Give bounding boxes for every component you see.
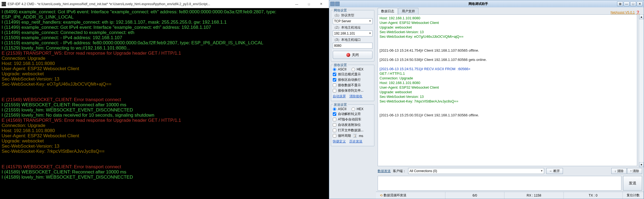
send-atcr-check[interactable] xyxy=(333,118,336,121)
log-line: Sec-WebSocket-Key: 7rkpcVlStBerAJvvJyc8s… xyxy=(380,99,635,104)
terminal-line: Host: 192.168.1.101:8080 xyxy=(2,128,327,133)
log-line xyxy=(380,104,635,108)
check-label: 打开文件数据源... xyxy=(338,128,363,133)
terminal-line: User-Agent: ESP32 Websocket Client xyxy=(2,66,327,71)
netassist-window: 网络调试助手 ⊞ — □ ✕ 网络设置 （1）协议类型 （2）本地主机地址 （3… xyxy=(329,0,644,199)
host-label: （2）本地主机地址 xyxy=(333,25,372,30)
close-button[interactable]: ✕ xyxy=(637,1,643,6)
log-line: [2021-06-13 15:24:50.538]# Client 192.16… xyxy=(380,57,635,62)
terminal-line: I (21559) WEBSOCKET_CLIENT: Reconnect af… xyxy=(2,102,327,107)
scroll-up-icon[interactable]: ▲ xyxy=(639,14,644,19)
send-openfile-check[interactable] xyxy=(333,129,336,132)
send-button[interactable]: 发送 xyxy=(623,176,642,191)
check-label: 接收保存到文件... xyxy=(338,88,363,93)
recv-autowrap-check[interactable] xyxy=(333,78,336,82)
send-data-label[interactable]: 数据发送 xyxy=(378,169,391,173)
log-line: User-Agent: ESP32 Websocket Client xyxy=(380,85,635,90)
send-textarea[interactable] xyxy=(378,176,621,191)
check-label: 接收数据不显示 xyxy=(338,83,361,88)
recv-hiderecv-check[interactable] xyxy=(333,83,336,87)
send-history-link[interactable]: 历史发送 xyxy=(349,139,362,143)
recv-logmode-check[interactable] xyxy=(333,73,336,76)
terminal-line: Sec-WebSocket-Version: 13 xyxy=(2,76,327,82)
send-ascii-radio[interactable] xyxy=(333,107,336,111)
terminal-line: E (21539) TRANSPORT_WS: Error read respo… xyxy=(2,51,327,56)
group-title: 网络设置 xyxy=(333,8,348,13)
send-shortcut-link[interactable]: 快捷定义 xyxy=(333,139,346,143)
clear-up-button[interactable]: ↑ 清除 xyxy=(627,168,642,174)
log-line: [2021-06-13 15:24:51.751]# RECV ASCII FR… xyxy=(380,67,635,71)
log-line: Sec-WebSocket-Version: 13 xyxy=(380,94,635,99)
terminal-line: I (11499) esp_netif_handlers: example_co… xyxy=(2,20,327,25)
port-label: （3）本地主机端口 xyxy=(333,38,372,42)
send-cycle-check[interactable] xyxy=(333,134,336,138)
terminal-line: I (11509) example_connect: - IPv4 addres… xyxy=(2,35,327,40)
host-input[interactable] xyxy=(333,30,372,36)
send-escape-check[interactable] xyxy=(333,112,336,116)
terminal-line: I (11529) lovely_him: Connecting to ws:/… xyxy=(2,45,327,51)
version-link[interactable]: NetAssist V5.0.1 ❓ xyxy=(611,11,640,14)
terminal-line xyxy=(2,159,327,164)
send-appendbit-check[interactable] xyxy=(333,123,336,127)
connections-select[interactable] xyxy=(408,168,544,174)
terminal-line: I (11499) example_connect: Connected to … xyxy=(2,30,327,35)
recv-autoscroll-link[interactable]: 自动滚屏 xyxy=(333,94,346,98)
group-title: 接收设置 xyxy=(333,63,348,67)
send-bar: 数据发送 客户端： ← 断开 ↓ 清除 ↑ 清除 xyxy=(378,167,642,175)
terminal-line: E (41579) WEBSOCKET_CLIENT: Error transp… xyxy=(2,164,327,169)
maximize-button[interactable]: □ xyxy=(630,1,636,6)
log-line: Upgrade: websocket xyxy=(380,90,635,94)
terminal-body[interactable]: I (6499) example_connect: Got IPv6 event… xyxy=(0,8,329,199)
terminal-line xyxy=(2,92,327,97)
status-reset[interactable]: 复位计数 xyxy=(623,192,644,199)
terminal-titlebar[interactable]: C:\ ESP-IDF 4.2 CMD - *e:\Users\Lovely_h… xyxy=(0,0,329,8)
disconnect-button[interactable]: ← 断开 xyxy=(546,168,563,174)
status-tx: TX : 0 xyxy=(564,192,623,199)
loop-icon: ⟲ xyxy=(380,194,383,197)
recv-hex-radio[interactable] xyxy=(352,68,355,71)
network-settings-group: 网络设置 （1）协议类型 （2）本地主机地址 （3）本地主机端口 关闭 xyxy=(331,10,374,61)
app-icon-2 xyxy=(335,2,340,6)
scrollbar[interactable]: ▲ ▼ xyxy=(639,14,644,167)
log-line xyxy=(380,53,635,57)
log-line: Sec-WebSocket-Key: eO7g/U46vJJbOCVQMt+aj… xyxy=(380,34,635,39)
check-label: 循环周期 xyxy=(338,133,351,138)
terminal-line: Connection: Upgrade xyxy=(2,56,327,61)
recv-savefile-check[interactable] xyxy=(333,89,336,92)
netassist-titlebar[interactable]: 网络调试助手 ⊞ — □ ✕ xyxy=(329,0,644,7)
maximize-button[interactable]: □ xyxy=(303,0,315,8)
terminal-line: User-Agent: ESP32 Websocket Client xyxy=(2,133,327,138)
log-line: Upgrade: websocket xyxy=(380,25,635,30)
data-log-box[interactable]: Host: 192.168.1.101:8080User-Agent: ESP3… xyxy=(378,14,637,166)
pin-button[interactable]: ⊞ xyxy=(617,1,623,6)
close-connection-button[interactable]: 关闭 xyxy=(333,51,372,59)
send-hex-radio[interactable] xyxy=(352,107,355,111)
receive-settings-group: 接收设置 ASCII HEX 按日志模式显示 接收区自动换行 接收数据不显示 接… xyxy=(331,65,374,101)
send-cycle-input[interactable] xyxy=(353,134,357,138)
close-button[interactable]: ✕ xyxy=(315,0,327,8)
tab-user-support[interactable]: 用户支持 xyxy=(398,8,418,14)
terminal-line: I (21559) lovely_him: WEBSOCKET_EVENT_DI… xyxy=(2,107,327,113)
minimize-button[interactable]: — xyxy=(624,1,630,6)
terminal-line: Sec-WebSocket-Key: 7rkpcVlStBerAJvvJyc8s… xyxy=(2,149,327,154)
scroll-down-icon[interactable]: ▼ xyxy=(639,162,644,167)
status-counter: 6/0 xyxy=(445,192,504,199)
log-line: Sec-WebSocket-Version: 13 xyxy=(380,30,635,34)
log-line xyxy=(380,108,635,113)
terminal-line: I (41589) WEBSOCKET_CLIENT: Reconnect af… xyxy=(2,169,327,175)
help-icon: ❓ xyxy=(636,11,640,14)
terminal-line xyxy=(2,154,327,159)
scroll-track[interactable] xyxy=(639,19,644,162)
port-input[interactable] xyxy=(333,43,372,49)
send-settings-group: 发送设置 ASCII HEX 自动解析转义符 AT指令自动回车 自动发送附加位 … xyxy=(331,104,374,146)
app-icon xyxy=(330,2,335,6)
log-line xyxy=(380,43,635,48)
recv-clear-link[interactable]: 清除接收 xyxy=(349,94,362,98)
tab-data-log[interactable]: 数据日志 xyxy=(378,8,398,14)
check-label: 自动解析转义符 xyxy=(338,112,361,116)
protocol-select[interactable] xyxy=(333,18,372,24)
recv-ascii-radio[interactable] xyxy=(333,68,336,71)
clear-down-button[interactable]: ↓ 清除 xyxy=(611,168,626,174)
minimize-button[interactable]: — xyxy=(291,0,303,8)
version-label: NetAssist V5.0.1 xyxy=(611,11,635,14)
